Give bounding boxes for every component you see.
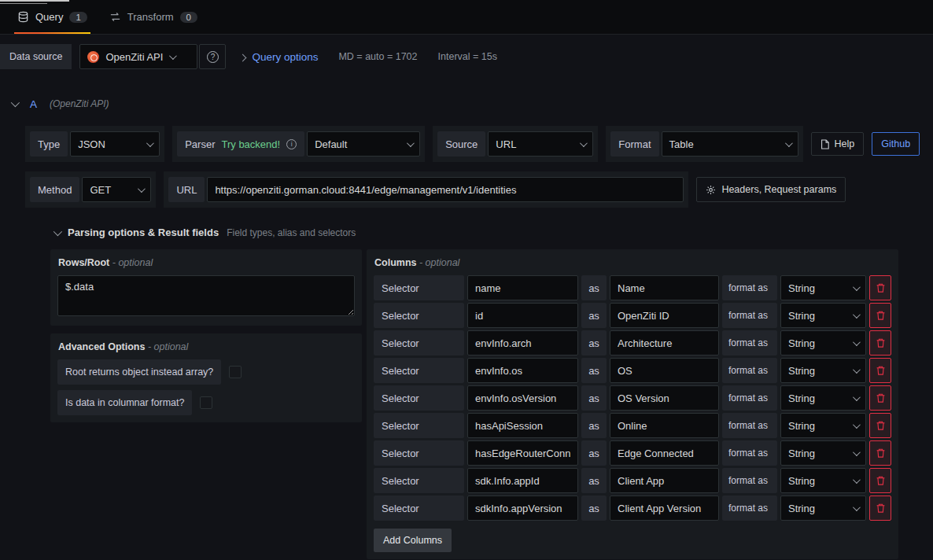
delete-column-button[interactable]: [869, 275, 891, 300]
column-alias-input[interactable]: [610, 496, 719, 521]
column-alias-input[interactable]: [610, 330, 719, 356]
column-format-value: String: [788, 392, 815, 404]
column-format-select[interactable]: String: [780, 275, 866, 300]
info-circle-icon[interactable]: i: [286, 139, 297, 149]
column-selector-input[interactable]: [467, 330, 578, 356]
selector-label: Selector: [374, 385, 464, 411]
tab-query-count-badge: 1: [69, 12, 87, 23]
column-selector-input[interactable]: [467, 468, 578, 493]
query-ref-id[interactable]: A: [30, 98, 37, 110]
delete-column-button[interactable]: [869, 385, 891, 411]
column-format-select[interactable]: String: [780, 496, 866, 521]
column-format-select[interactable]: String: [780, 468, 866, 493]
datasource-help-button[interactable]: ?: [199, 44, 226, 69]
url-input[interactable]: [207, 177, 684, 202]
column-selector-input[interactable]: [467, 275, 578, 300]
column-alias-input[interactable]: [610, 303, 719, 328]
format-as-label: format as: [722, 468, 777, 493]
selector-label: Selector: [374, 330, 464, 356]
chevron-down-icon: [169, 52, 177, 60]
format-select[interactable]: Table: [662, 131, 798, 157]
method-select[interactable]: GET: [82, 177, 151, 202]
as-label: as: [581, 440, 607, 466]
column-alias-input[interactable]: [610, 468, 719, 493]
optional-hint: - optional: [148, 341, 188, 352]
tab-transform-label: Transform: [127, 11, 174, 23]
rows-root-heading: Rows/Root - optional: [58, 257, 355, 268]
column-alias-input[interactable]: [610, 358, 719, 383]
help-button-label: Help: [835, 138, 855, 149]
tab-transform[interactable]: Transform 0: [98, 0, 208, 34]
type-select-value: JSON: [78, 138, 105, 150]
trash-icon: [876, 365, 886, 376]
column-selector-input[interactable]: [467, 385, 578, 411]
tab-query[interactable]: Query 1: [6, 0, 98, 34]
trash-icon: [876, 448, 886, 459]
delete-column-button[interactable]: [869, 413, 891, 438]
column-selector-input[interactable]: [467, 303, 578, 328]
parser-select[interactable]: Default: [307, 131, 420, 157]
column-format-select[interactable]: String: [780, 358, 866, 383]
chevron-down-icon: [853, 393, 861, 401]
trash-icon: [876, 310, 886, 321]
column-alias-input[interactable]: [610, 440, 719, 466]
format-as-label: format as: [722, 303, 777, 328]
parser-label-text: Parser: [185, 138, 215, 150]
datasource-picker[interactable]: OpenZiti API: [79, 44, 197, 69]
column-format-select[interactable]: String: [780, 440, 866, 466]
advanced-options-heading-text: Advanced Options: [58, 341, 145, 352]
column-selector-input[interactable]: [467, 440, 578, 466]
datasource-name: OpenZiti API: [105, 51, 163, 63]
selector-label: Selector: [374, 358, 464, 383]
delete-column-button[interactable]: [869, 303, 891, 328]
add-columns-button[interactable]: Add Columns: [374, 529, 452, 552]
chevron-down-icon: [580, 139, 588, 147]
method-field-group: Method GET: [25, 171, 156, 208]
column-format-select[interactable]: String: [780, 385, 866, 411]
github-button[interactable]: Github: [872, 132, 920, 156]
source-label: Source: [437, 131, 485, 157]
optional-hint: - optional: [112, 257, 153, 268]
help-button[interactable]: Help: [811, 132, 865, 156]
query-options-link[interactable]: Query options: [252, 51, 318, 63]
as-label: as: [581, 496, 607, 521]
column-row: Selector as format as String: [374, 330, 891, 356]
column-row: Selector as format as String: [374, 358, 891, 383]
selector-label: Selector: [374, 468, 464, 493]
column-format-select[interactable]: String: [780, 413, 866, 438]
column-format-select[interactable]: String: [780, 330, 866, 356]
root-returns-object-checkbox[interactable]: [229, 366, 242, 378]
query-row-header: A (OpenZiti API): [11, 93, 933, 115]
selector-label: Selector: [374, 413, 464, 438]
headers-request-params-button[interactable]: Headers, Request params: [696, 177, 846, 202]
delete-column-button[interactable]: [869, 440, 891, 466]
interval-info: Interval = 15s: [438, 51, 497, 62]
as-label: as: [581, 358, 607, 383]
delete-column-button[interactable]: [869, 468, 891, 493]
columnar-format-checkbox[interactable]: [200, 396, 212, 409]
format-label: Format: [610, 131, 658, 157]
rows-root-textarea[interactable]: [57, 275, 355, 316]
column-row: Selector as format as String: [374, 385, 891, 411]
column-format-select[interactable]: String: [780, 303, 866, 328]
section-collapse-chevron-icon[interactable]: [53, 227, 62, 235]
source-select[interactable]: URL: [488, 131, 593, 157]
column-alias-input[interactable]: [610, 413, 719, 438]
format-select-value: Table: [669, 138, 694, 150]
column-alias-input[interactable]: [610, 275, 719, 300]
left-column: Rows/Root - optional Advanced Options - …: [50, 249, 362, 422]
delete-column-button[interactable]: [869, 496, 891, 521]
type-select[interactable]: JSON: [70, 131, 160, 157]
column-alias-input[interactable]: [610, 385, 719, 411]
selector-label: Selector: [374, 496, 464, 521]
advanced-options-heading: Advanced Options - optional: [58, 341, 355, 352]
column-selector-input[interactable]: [467, 496, 578, 521]
collapse-chevron-icon[interactable]: [11, 98, 20, 107]
delete-column-button[interactable]: [869, 330, 891, 356]
selector-label: Selector: [374, 303, 464, 328]
column-selector-input[interactable]: [467, 358, 578, 383]
delete-column-button[interactable]: [869, 358, 891, 383]
columns-heading: Columns - optional: [374, 257, 891, 268]
optional-hint: - optional: [419, 257, 459, 268]
column-selector-input[interactable]: [467, 413, 578, 438]
